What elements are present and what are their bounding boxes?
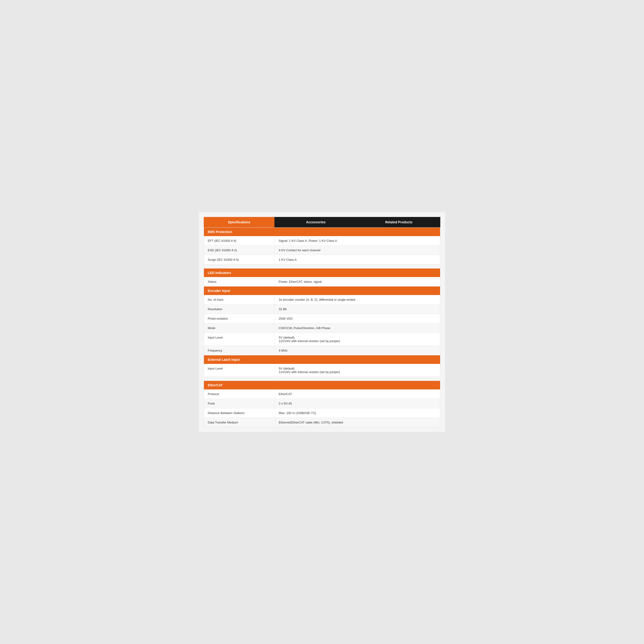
spec-name: Status bbox=[204, 277, 275, 286]
table-row: Frequency 4 MHz bbox=[204, 346, 440, 355]
spec-value: CW/CCW, Pulse/Direction, A/B Phase bbox=[275, 323, 440, 333]
spec-name: Input Level bbox=[204, 364, 275, 377]
main-container: Specifications Accessories Related Produ… bbox=[199, 212, 445, 432]
spec-value: Max. 100 m (100BASE-TX) bbox=[275, 408, 440, 418]
tab-header: Specifications Accessories Related Produ… bbox=[204, 217, 440, 227]
table-row: Status Power, EtherCAT, status, signal bbox=[204, 277, 440, 286]
table-row: Distance Between Stations Max. 100 m (10… bbox=[204, 408, 440, 418]
section-external-latch: External Latch Input Input Level 5V (def… bbox=[204, 355, 440, 377]
table-row: Data Transfer Medium Ethernet/EtherCAT c… bbox=[204, 418, 440, 427]
specs-content: EMS Protection EFT (IEC 61000-4-4) Signa… bbox=[204, 227, 440, 427]
spec-name: Distance Between Stations bbox=[204, 408, 275, 418]
table-row: Ports 2 x RJ-45 bbox=[204, 399, 440, 408]
tab-accessories[interactable]: Accessories bbox=[274, 217, 357, 227]
spec-value: 4 MHz bbox=[275, 346, 440, 355]
spec-value: Signal: 1 KV Class A; Power: 1 KV Class … bbox=[275, 236, 440, 245]
section-encoder-input: Encoder Input No. of Axes 3x encoder cou… bbox=[204, 287, 440, 355]
tab-specifications-label: Specifications bbox=[228, 220, 250, 224]
tab-related[interactable]: Related Products bbox=[357, 217, 440, 227]
spacer bbox=[204, 377, 440, 381]
spec-name: ESD (IEC 61000-4-2) bbox=[204, 246, 275, 255]
spec-value: 2 x RJ-45 bbox=[275, 399, 440, 408]
tab-related-label: Related Products bbox=[385, 220, 412, 224]
spec-value: Ethernet/EtherCAT cable (Min. CAT5), shi… bbox=[275, 418, 440, 427]
section-ethercat-title: EtherCAT bbox=[204, 381, 440, 389]
table-row: ESD (IEC 61000-4-2) 4 KV Contact for eac… bbox=[204, 246, 440, 255]
section-encoder-input-title: Encoder Input bbox=[204, 287, 440, 295]
section-ems-protection-title: EMS Protection bbox=[204, 228, 440, 236]
table-row: Resolution 32 Bit bbox=[204, 304, 440, 314]
spec-name: No. of Axes bbox=[204, 295, 275, 304]
spec-value: 5V (default) 12V/24V with internal resis… bbox=[275, 333, 440, 346]
spec-name: Input Level bbox=[204, 333, 275, 346]
spacer bbox=[204, 265, 440, 268]
table-row: Surge (IEC 61000-4-5) 1 KV Class A bbox=[204, 255, 440, 264]
table-row: Mode CW/CCW, Pulse/Direction, A/B Phase bbox=[204, 323, 440, 333]
spec-name: Protocol bbox=[204, 389, 275, 399]
spec-name: EFT (IEC 61000-4-4) bbox=[204, 236, 275, 245]
section-ems-protection: EMS Protection EFT (IEC 61000-4-4) Signa… bbox=[204, 227, 440, 265]
spec-name: Data Transfer Medium bbox=[204, 418, 275, 427]
spec-value: 32 Bit bbox=[275, 304, 440, 314]
spec-value: 4 KV Contact for each channel bbox=[275, 246, 440, 255]
spec-value: Power, EtherCAT, status, signal bbox=[275, 277, 440, 286]
table-row: EFT (IEC 61000-4-4) Signal: 1 KV Class A… bbox=[204, 236, 440, 246]
table-row: Input Level 5V (default) 12V/24V with in… bbox=[204, 333, 440, 346]
spec-value: 2500 VDC bbox=[275, 314, 440, 323]
spec-name: Mode bbox=[204, 323, 275, 333]
section-ethercat: EtherCAT Protocol EtherCAT Ports 2 x RJ-… bbox=[204, 381, 440, 427]
spec-value: EtherCAT bbox=[275, 389, 440, 399]
section-external-latch-title: External Latch Input bbox=[204, 355, 440, 364]
spec-value: 3x encoder counter (A, B, Z), differenti… bbox=[275, 295, 440, 304]
tab-accessories-label: Accessories bbox=[306, 220, 326, 224]
spec-value: 5V (default) 12V/24V with internal resis… bbox=[275, 364, 440, 377]
spec-value: 1 KV Class A bbox=[275, 255, 440, 264]
spec-name: Photo-isolation bbox=[204, 314, 275, 323]
tab-specifications[interactable]: Specifications bbox=[204, 217, 274, 227]
table-row: Input Level 5V (default) 12V/24V with in… bbox=[204, 364, 440, 377]
spec-name: Surge (IEC 61000-4-5) bbox=[204, 255, 275, 264]
section-led-indicators: LED Indicators Status Power, EtherCAT, s… bbox=[204, 268, 440, 287]
table-row: Photo-isolation 2500 VDC bbox=[204, 314, 440, 323]
spec-name: Frequency bbox=[204, 346, 275, 355]
table-row: Protocol EtherCAT bbox=[204, 389, 440, 399]
spec-name: Resolution bbox=[204, 304, 275, 314]
spec-name: Ports bbox=[204, 399, 275, 408]
section-led-indicators-title: LED Indicators bbox=[204, 269, 440, 277]
table-row: No. of Axes 3x encoder counter (A, B, Z)… bbox=[204, 295, 440, 304]
